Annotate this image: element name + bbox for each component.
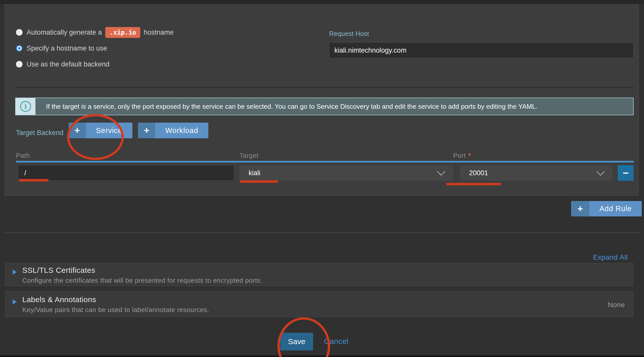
info-banner-text: If the target is a service, only the por… — [35, 98, 633, 115]
target-column-header: Target — [239, 152, 258, 160]
radio-button-icon[interactable] — [16, 29, 23, 36]
annotation-underline-target — [240, 180, 278, 183]
path-column-header: Path — [16, 152, 30, 160]
expand-triangle-icon[interactable] — [13, 299, 17, 304]
panel-divider — [16, 87, 634, 88]
target-select-value: kiali — [249, 169, 438, 177]
info-icon-box: i — [16, 98, 35, 115]
labels-section-title: Labels & Annotations — [22, 295, 96, 304]
radio-label: Specify a hostname to use — [27, 44, 107, 52]
radio-button-selected-icon[interactable] — [16, 45, 23, 52]
required-asterisk: * — [468, 152, 471, 159]
radio-option-specify-hostname[interactable]: Specify a hostname to use — [16, 43, 174, 54]
hostname-option-group: Automatically generate a .xip.io hostnam… — [16, 27, 174, 70]
labels-section-subtitle: Key/Value pairs that can be used to labe… — [22, 306, 209, 314]
request-host-input[interactable] — [329, 42, 634, 58]
radio-label-prefix: Automatically generate a — [27, 29, 102, 36]
chevron-down-icon — [596, 167, 605, 176]
target-backend-label: Target Backend — [16, 129, 64, 137]
annotation-circle-save — [277, 317, 330, 357]
annotation-underline-path — [19, 179, 48, 182]
radio-label: Use as the default backend — [27, 60, 109, 68]
ssl-section-title: SSL/TLS Certificates — [22, 266, 95, 275]
radio-button-icon[interactable] — [16, 61, 23, 68]
minus-icon: − — [623, 167, 629, 179]
remove-rule-button[interactable]: − — [618, 165, 634, 181]
port-header-text: Port — [453, 152, 466, 159]
radio-label: Automatically generate a .xip.io hostnam… — [27, 27, 174, 38]
radio-option-default-backend[interactable]: Use as the default backend — [16, 59, 174, 70]
table-header-underline — [16, 161, 634, 163]
ssl-section-subtitle: Configure the certificates that will be … — [22, 277, 263, 284]
top-window-strip — [0, 0, 644, 4]
path-input[interactable] — [18, 165, 234, 181]
port-select[interactable]: 20001 — [460, 165, 613, 181]
request-host-label: Request Host — [329, 30, 369, 38]
radio-option-auto-hostname[interactable]: Automatically generate a .xip.io hostnam… — [16, 27, 174, 38]
chevron-down-icon — [437, 167, 445, 176]
info-banner: i If the target is a service, only the p… — [15, 98, 634, 115]
annotation-underline-port — [446, 183, 501, 185]
add-workload-button-label: Workload — [155, 123, 208, 138]
expand-triangle-icon[interactable] — [13, 270, 17, 275]
add-workload-button[interactable]: + Workload — [138, 123, 208, 138]
plus-icon: + — [571, 201, 589, 216]
radio-label-suffix: hostname — [144, 29, 174, 36]
port-column-header: Port* — [453, 152, 471, 160]
port-select-value: 20001 — [469, 169, 598, 177]
add-rule-button-label: Add Rule — [589, 201, 642, 216]
target-select[interactable]: kiali — [239, 165, 453, 181]
plus-icon: + — [138, 123, 155, 138]
add-rule-button[interactable]: + Add Rule — [571, 201, 642, 216]
xip-io-badge: .xip.io — [105, 27, 140, 38]
labels-section-value: None — [608, 301, 625, 309]
expand-all-link[interactable]: Expand All — [593, 253, 628, 261]
section-divider — [5, 232, 640, 233]
info-icon: i — [20, 101, 31, 112]
annotation-circle-service — [67, 114, 124, 160]
